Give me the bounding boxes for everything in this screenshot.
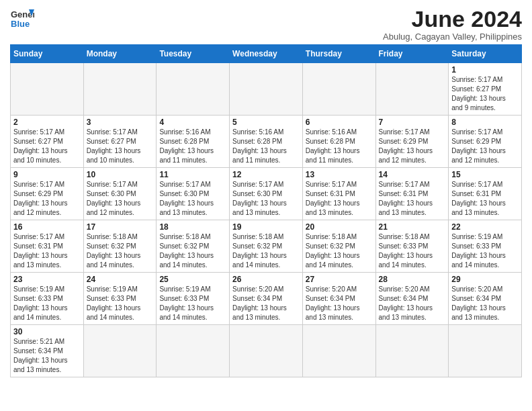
day-info: Sunrise: 5:19 AM Sunset: 6:33 PM Dayligh…: [159, 285, 226, 322]
day-number: 17: [87, 222, 154, 232]
day-number: 14: [379, 170, 446, 179]
calendar-day-cell: 9Sunrise: 5:17 AM Sunset: 6:29 PM Daylig…: [11, 168, 84, 220]
day-info: Sunrise: 5:16 AM Sunset: 6:28 PM Dayligh…: [159, 128, 226, 165]
day-number: 20: [306, 222, 373, 232]
day-number: 22: [451, 222, 519, 232]
calendar-day-cell: 21Sunrise: 5:18 AM Sunset: 6:33 PM Dayli…: [375, 220, 449, 273]
calendar-day-cell: 29Sunrise: 5:20 AM Sunset: 6:34 PM Dayli…: [449, 273, 522, 325]
day-info: Sunrise: 5:17 AM Sunset: 6:30 PM Dayligh…: [87, 180, 154, 218]
day-info: Sunrise: 5:17 AM Sunset: 6:31 PM Dayligh…: [379, 180, 446, 218]
calendar-day-cell: 4Sunrise: 5:16 AM Sunset: 6:28 PM Daylig…: [157, 116, 230, 168]
calendar-day-cell: [157, 63, 230, 116]
calendar-day-cell: 7Sunrise: 5:17 AM Sunset: 6:29 PM Daylig…: [375, 116, 449, 168]
calendar-day-cell: 10Sunrise: 5:17 AM Sunset: 6:30 PM Dayli…: [83, 168, 157, 220]
day-number: 15: [451, 170, 519, 179]
calendar-day-cell: 28Sunrise: 5:20 AM Sunset: 6:34 PM Dayli…: [375, 273, 449, 325]
calendar-day-cell: [375, 325, 449, 377]
calendar-day-cell: 11Sunrise: 5:17 AM Sunset: 6:30 PM Dayli…: [157, 168, 230, 220]
day-info: Sunrise: 5:20 AM Sunset: 6:34 PM Dayligh…: [232, 285, 300, 322]
calendar-week-row: 23Sunrise: 5:19 AM Sunset: 6:33 PM Dayli…: [11, 273, 522, 325]
day-number: 26: [232, 275, 300, 284]
day-info: Sunrise: 5:19 AM Sunset: 6:33 PM Dayligh…: [87, 285, 154, 322]
day-info: Sunrise: 5:21 AM Sunset: 6:34 PM Dayligh…: [13, 337, 81, 375]
calendar-day-cell: [302, 325, 375, 377]
day-info: Sunrise: 5:19 AM Sunset: 6:33 PM Dayligh…: [13, 285, 81, 322]
day-number: 27: [306, 275, 373, 284]
calendar-day-cell: [375, 63, 449, 116]
calendar-day-cell: 26Sunrise: 5:20 AM Sunset: 6:34 PM Dayli…: [230, 273, 303, 325]
weekday-header-cell: Monday: [83, 45, 157, 63]
calendar-day-cell: [83, 325, 157, 377]
day-info: Sunrise: 5:16 AM Sunset: 6:28 PM Dayligh…: [306, 128, 373, 165]
day-number: 16: [13, 222, 81, 232]
calendar-day-cell: 27Sunrise: 5:20 AM Sunset: 6:34 PM Dayli…: [302, 273, 375, 325]
calendar-day-cell: [157, 325, 230, 377]
calendar-week-row: 9Sunrise: 5:17 AM Sunset: 6:29 PM Daylig…: [11, 168, 522, 220]
header: General Blue June 2024 Abulug, Cagayan V…: [10, 7, 522, 42]
day-number: 28: [379, 275, 446, 284]
calendar-day-cell: 5Sunrise: 5:16 AM Sunset: 6:28 PM Daylig…: [230, 116, 303, 168]
calendar-day-cell: 15Sunrise: 5:17 AM Sunset: 6:31 PM Dayli…: [449, 168, 522, 220]
weekday-header-cell: Tuesday: [157, 45, 230, 63]
location: Abulug, Cagayan Valley, Philippines: [383, 32, 522, 42]
calendar-day-cell: 17Sunrise: 5:18 AM Sunset: 6:32 PM Dayli…: [83, 220, 157, 273]
day-number: 29: [451, 275, 519, 284]
day-info: Sunrise: 5:17 AM Sunset: 6:29 PM Dayligh…: [13, 180, 81, 218]
day-info: Sunrise: 5:17 AM Sunset: 6:29 PM Dayligh…: [451, 128, 519, 165]
day-number: 24: [87, 275, 154, 284]
weekday-header-cell: Saturday: [449, 45, 522, 63]
day-number: 10: [87, 170, 154, 179]
calendar-day-cell: 2Sunrise: 5:17 AM Sunset: 6:27 PM Daylig…: [11, 116, 84, 168]
calendar-day-cell: 16Sunrise: 5:17 AM Sunset: 6:31 PM Dayli…: [11, 220, 84, 273]
day-number: 3: [87, 118, 154, 127]
day-info: Sunrise: 5:17 AM Sunset: 6:27 PM Dayligh…: [13, 128, 81, 165]
day-number: 23: [13, 275, 81, 284]
day-number: 1: [451, 65, 519, 75]
logo-icon: General Blue: [10, 7, 34, 31]
weekday-header-cell: Wednesday: [230, 45, 303, 63]
day-info: Sunrise: 5:17 AM Sunset: 6:31 PM Dayligh…: [306, 180, 373, 218]
day-info: Sunrise: 5:20 AM Sunset: 6:34 PM Dayligh…: [379, 285, 446, 322]
svg-text:Blue: Blue: [11, 19, 30, 29]
day-info: Sunrise: 5:17 AM Sunset: 6:27 PM Dayligh…: [451, 75, 519, 113]
calendar-day-cell: [11, 63, 84, 116]
calendar-day-cell: 12Sunrise: 5:17 AM Sunset: 6:30 PM Dayli…: [230, 168, 303, 220]
day-number: 19: [232, 222, 300, 232]
day-info: Sunrise: 5:18 AM Sunset: 6:32 PM Dayligh…: [87, 232, 154, 270]
calendar-day-cell: 19Sunrise: 5:18 AM Sunset: 6:32 PM Dayli…: [230, 220, 303, 273]
calendar-day-cell: [302, 63, 375, 116]
day-number: 7: [379, 118, 446, 127]
day-info: Sunrise: 5:19 AM Sunset: 6:33 PM Dayligh…: [451, 232, 519, 270]
weekday-header-cell: Friday: [375, 45, 449, 63]
day-number: 13: [306, 170, 373, 179]
title-area: June 2024 Abulug, Cagayan Valley, Philip…: [383, 7, 522, 42]
day-info: Sunrise: 5:18 AM Sunset: 6:32 PM Dayligh…: [306, 232, 373, 270]
day-info: Sunrise: 5:17 AM Sunset: 6:27 PM Dayligh…: [87, 128, 154, 165]
day-number: 5: [232, 118, 300, 127]
day-info: Sunrise: 5:18 AM Sunset: 6:32 PM Dayligh…: [232, 232, 300, 270]
calendar-day-cell: [83, 63, 157, 116]
day-info: Sunrise: 5:17 AM Sunset: 6:29 PM Dayligh…: [379, 128, 446, 165]
day-number: 18: [159, 222, 226, 232]
day-number: 11: [159, 170, 226, 179]
logo: General Blue: [10, 7, 36, 31]
day-number: 30: [13, 327, 81, 336]
calendar-day-cell: 14Sunrise: 5:17 AM Sunset: 6:31 PM Dayli…: [375, 168, 449, 220]
day-number: 4: [159, 118, 226, 127]
month-year: June 2024: [383, 7, 522, 32]
calendar-day-cell: 20Sunrise: 5:18 AM Sunset: 6:32 PM Dayli…: [302, 220, 375, 273]
day-number: 6: [306, 118, 373, 127]
calendar-day-cell: 22Sunrise: 5:19 AM Sunset: 6:33 PM Dayli…: [449, 220, 522, 273]
calendar-day-cell: 13Sunrise: 5:17 AM Sunset: 6:31 PM Dayli…: [302, 168, 375, 220]
calendar-day-cell: 1Sunrise: 5:17 AM Sunset: 6:27 PM Daylig…: [449, 63, 522, 116]
calendar-day-cell: [449, 325, 522, 377]
day-number: 8: [451, 118, 519, 127]
calendar-day-cell: 30Sunrise: 5:21 AM Sunset: 6:34 PM Dayli…: [11, 325, 84, 377]
day-info: Sunrise: 5:20 AM Sunset: 6:34 PM Dayligh…: [306, 285, 373, 322]
calendar-week-row: 2Sunrise: 5:17 AM Sunset: 6:27 PM Daylig…: [11, 116, 522, 168]
calendar-day-cell: 6Sunrise: 5:16 AM Sunset: 6:28 PM Daylig…: [302, 116, 375, 168]
calendar-day-cell: 23Sunrise: 5:19 AM Sunset: 6:33 PM Dayli…: [11, 273, 84, 325]
calendar-week-row: 30Sunrise: 5:21 AM Sunset: 6:34 PM Dayli…: [11, 325, 522, 377]
day-number: 25: [159, 275, 226, 284]
weekday-header-cell: Thursday: [302, 45, 375, 63]
